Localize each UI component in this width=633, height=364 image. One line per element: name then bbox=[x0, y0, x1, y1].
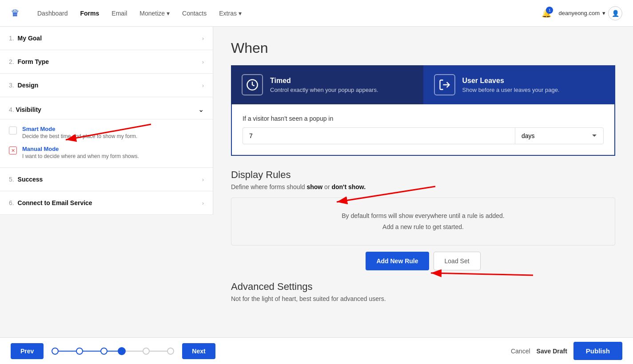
chevron-down-icon-4: ⌄ bbox=[198, 105, 204, 114]
prev-button[interactable]: Prev bbox=[11, 343, 44, 359]
smart-mode-title: Smart Mode bbox=[22, 126, 137, 132]
content-area: When Timed Control exactly when your pop… bbox=[213, 27, 633, 337]
main-nav: Dashboard Forms Email Monetize ▾ Contact… bbox=[37, 10, 541, 17]
mode-options: Smart Mode Decide the best time and plac… bbox=[0, 119, 213, 168]
svg-point-12 bbox=[101, 348, 107, 354]
manual-mode-desc: I want to decide where and when my form … bbox=[22, 153, 139, 159]
user-name: deanyeong.com bbox=[558, 10, 600, 16]
smart-mode-desc: Decide the best time and place to show m… bbox=[22, 133, 137, 139]
trigger-timed[interactable]: Timed Control exactly when your popup ap… bbox=[231, 65, 423, 104]
nav-dashboard[interactable]: Dashboard bbox=[37, 10, 68, 17]
smart-mode-option[interactable]: Smart Mode Decide the best time and plac… bbox=[9, 126, 204, 139]
user-leaves-title: User Leaves bbox=[462, 77, 560, 85]
logo[interactable]: ♛ bbox=[11, 8, 20, 19]
load-set-button[interactable]: Load Set bbox=[434, 252, 481, 270]
user-leaves-desc: Show before a user leaves your page. bbox=[462, 87, 560, 93]
sidebar-item-visibility[interactable]: 4. Visibility ⌄ bbox=[0, 97, 213, 119]
sidebar-item-connect-email[interactable]: 6. Connect to Email Service › bbox=[0, 191, 213, 215]
avatar: 👤 bbox=[608, 6, 622, 20]
next-button[interactable]: Next bbox=[182, 343, 215, 359]
frequency-input[interactable] bbox=[243, 127, 515, 144]
step-2-label: 2. Form Type bbox=[9, 58, 49, 65]
chevron-right-icon: › bbox=[202, 35, 204, 42]
save-draft-button[interactable]: Save Draft bbox=[537, 348, 567, 355]
chevron-right-icon-3: › bbox=[202, 82, 204, 89]
progress-bar bbox=[51, 347, 175, 356]
chevron-right-icon-2: › bbox=[202, 59, 204, 65]
svg-point-15 bbox=[167, 348, 174, 354]
nav-forms[interactable]: Forms bbox=[80, 10, 100, 17]
progress-track bbox=[51, 347, 175, 356]
chevron-right-icon-6: › bbox=[202, 200, 204, 206]
rules-desc: Define where forms should show or don't … bbox=[231, 183, 615, 190]
top-navigation: ♛ Dashboard Forms Email Monetize ▾ Conta… bbox=[0, 0, 633, 27]
svg-point-14 bbox=[143, 348, 149, 354]
rules-empty-text: By default forms will show everywhere un… bbox=[244, 210, 602, 233]
advanced-settings-title: Advanced Settings bbox=[231, 281, 615, 293]
manual-mode-title: Manual Mode bbox=[22, 146, 139, 152]
advanced-settings: Advanced Settings Not for the light of h… bbox=[231, 281, 615, 302]
svg-point-11 bbox=[76, 348, 83, 354]
timed-icon-box bbox=[242, 74, 263, 95]
bottom-left: Prev Next bbox=[11, 343, 215, 359]
step-3-label: 3. Design bbox=[9, 82, 38, 89]
display-rules-section: Display Rules Define where forms should … bbox=[231, 169, 615, 270]
manual-mode-checkbox[interactable]: ✕ bbox=[9, 146, 17, 154]
notification-badge: 1 bbox=[546, 7, 553, 14]
nav-contacts[interactable]: Contacts bbox=[182, 10, 207, 17]
nav-email[interactable]: Email bbox=[111, 10, 127, 17]
step-6-label: 6. Connect to Email Service bbox=[9, 199, 92, 206]
sidebar-item-design[interactable]: 3. Design › bbox=[0, 74, 213, 97]
bottom-bar: Prev Next Cancel Save Draft Publish bbox=[0, 337, 633, 364]
svg-line-5 bbox=[431, 273, 533, 275]
step-4-label: 4. Visibility bbox=[9, 106, 41, 113]
sidebar: 1. My Goal › 2. Form Type › 3. Design › bbox=[0, 27, 213, 215]
step-5-label: 5. Success bbox=[9, 176, 43, 183]
clock-icon bbox=[246, 79, 259, 91]
sidebar-item-success[interactable]: 5. Success › bbox=[0, 168, 213, 191]
user-menu[interactable]: deanyeong.com ▾ 👤 bbox=[558, 6, 622, 20]
nav-extras[interactable]: Extras ▾ bbox=[219, 10, 242, 17]
bottom-right: Cancel Save Draft Publish bbox=[511, 342, 622, 360]
rules-empty-box: By default forms will show everywhere un… bbox=[231, 198, 615, 245]
nav-right: 🔔 1 deanyeong.com ▾ 👤 bbox=[541, 6, 622, 20]
step-1-label: 1. My Goal bbox=[9, 35, 42, 42]
trigger-cards: Timed Control exactly when your popup ap… bbox=[231, 65, 615, 104]
display-rules-title: Display Rules bbox=[231, 169, 615, 181]
popup-frequency: If a visitor hasn't seen a popup in days… bbox=[231, 104, 615, 156]
sidebar-item-form-type[interactable]: 2. Form Type › bbox=[0, 50, 213, 74]
nav-monetize[interactable]: Monetize ▾ bbox=[139, 10, 170, 17]
frequency-unit-select[interactable]: days hours minutes bbox=[515, 127, 604, 144]
chevron-down-icon: ▾ bbox=[602, 10, 605, 16]
add-new-rule-button[interactable]: Add New Rule bbox=[366, 252, 429, 270]
svg-point-13 bbox=[118, 347, 126, 355]
advanced-settings-desc: Not for the light of heart, best suited … bbox=[231, 295, 615, 302]
notification-bell[interactable]: 🔔 1 bbox=[541, 8, 551, 18]
when-title: When bbox=[231, 40, 615, 56]
manual-mode-option[interactable]: ✕ Manual Mode I want to decide where and… bbox=[9, 146, 204, 159]
svg-point-10 bbox=[52, 348, 58, 354]
user-leaves-icon-box bbox=[434, 74, 455, 95]
trigger-user-leaves[interactable]: User Leaves Show before a user leaves yo… bbox=[423, 65, 616, 104]
sidebar-wrapper: 1. My Goal › 2. Form Type › 3. Design › bbox=[0, 27, 213, 337]
sidebar-item-my-goal[interactable]: 1. My Goal › bbox=[0, 27, 213, 50]
cancel-button[interactable]: Cancel bbox=[511, 348, 530, 355]
publish-button[interactable]: Publish bbox=[573, 342, 622, 360]
popup-frequency-label: If a visitor hasn't seen a popup in bbox=[243, 115, 604, 122]
timed-desc: Control exactly when your popup appears. bbox=[270, 87, 378, 93]
freq-row: days hours minutes bbox=[243, 127, 604, 144]
timed-title: Timed bbox=[270, 77, 378, 85]
main-layout: 1. My Goal › 2. Form Type › 3. Design › bbox=[0, 27, 633, 337]
smart-mode-checkbox[interactable] bbox=[9, 127, 17, 135]
exit-icon bbox=[438, 79, 451, 91]
rules-buttons: Add New Rule Load Set bbox=[231, 252, 615, 270]
chevron-right-icon-5: › bbox=[202, 176, 204, 183]
